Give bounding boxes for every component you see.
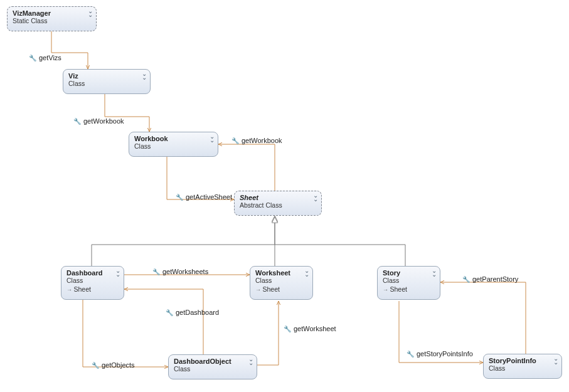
node-subtitle: Class: [174, 365, 252, 373]
wrench-icon: 🔧: [462, 276, 470, 283]
node-detail: Sheet: [383, 285, 435, 293]
wrench-icon: 🔧: [73, 118, 81, 125]
node-dashboard[interactable]: Dashboard Class Sheet ⌄⌄: [61, 266, 124, 300]
node-sheet[interactable]: Sheet Abstract Class ⌄⌄: [234, 191, 322, 216]
expand-icon[interactable]: ⌄⌄: [304, 269, 309, 277]
node-title: VizManager: [13, 9, 91, 17]
node-detail: Sheet: [66, 285, 119, 293]
edge-label-getactivesheet: 🔧getActiveSheet: [176, 193, 232, 201]
node-title: Workbook: [134, 135, 213, 142]
expand-icon[interactable]: ⌄⌄: [88, 9, 92, 17]
node-title: Sheet: [240, 194, 316, 201]
node-detail: Sheet: [255, 285, 307, 293]
wrench-icon: 🔧: [92, 362, 99, 369]
expand-icon[interactable]: ⌄⌄: [248, 358, 253, 365]
expand-icon[interactable]: ⌄⌄: [313, 194, 317, 201]
node-title: Dashboard: [66, 269, 119, 277]
expand-icon[interactable]: ⌄⌄: [553, 357, 558, 364]
expand-icon[interactable]: ⌄⌄: [210, 135, 214, 142]
wrench-icon: 🔧: [284, 326, 291, 332]
node-subtitle: Class: [383, 277, 435, 284]
edge-label-getparentstory: 🔧getParentStory: [462, 275, 518, 283]
wrench-icon: 🔧: [29, 55, 36, 61]
expand-icon[interactable]: ⌄⌄: [115, 269, 120, 277]
node-title: Story: [383, 269, 435, 277]
node-subtitle: Class: [66, 277, 119, 284]
node-title: DashboardObject: [174, 358, 252, 365]
node-subtitle: Class: [68, 80, 145, 87]
wrench-icon: 🔧: [152, 268, 160, 275]
expand-icon[interactable]: ⌄⌄: [142, 72, 146, 80]
wrench-icon: 🔧: [407, 351, 414, 358]
wrench-icon: 🔧: [166, 309, 173, 316]
node-vizmanager[interactable]: VizManager Static Class ⌄⌄: [7, 6, 97, 31]
node-title: Viz: [68, 72, 145, 80]
node-subtitle: Class: [489, 364, 556, 372]
edge-label-getworkbook: 🔧getWorkbook: [73, 117, 124, 125]
edge-label-getobjects: 🔧getObjects: [92, 361, 135, 369]
wrench-icon: 🔧: [176, 194, 183, 201]
node-storypointinfo[interactable]: StoryPointInfo Class ⌄⌄: [483, 354, 562, 379]
node-viz[interactable]: Viz Class ⌄⌄: [63, 69, 151, 94]
edge-label-getvizs: 🔧getVizs: [29, 54, 61, 61]
node-subtitle: Class: [255, 277, 307, 284]
edge-label-getdashboard: 🔧getDashboard: [166, 309, 219, 316]
node-title: StoryPointInfo: [489, 357, 556, 364]
node-subtitle: Abstract Class: [240, 201, 316, 209]
node-subtitle: Class: [134, 142, 213, 150]
wrench-icon: 🔧: [231, 137, 239, 144]
node-worksheet[interactable]: Worksheet Class Sheet ⌄⌄: [250, 266, 313, 300]
edge-label-getworksheets: 🔧getWorksheets: [152, 268, 208, 275]
edge-label-getstorypointsinfo: 🔧getStoryPointsInfo: [407, 350, 473, 358]
node-subtitle: Static Class: [13, 17, 91, 24]
node-title: Worksheet: [255, 269, 307, 277]
node-story[interactable]: Story Class Sheet ⌄⌄: [377, 266, 440, 300]
node-workbook[interactable]: Workbook Class ⌄⌄: [129, 132, 218, 157]
node-dashboardobject[interactable]: DashboardObject Class ⌄⌄: [168, 354, 257, 379]
edge-label-getworksheet: 🔧getWorksheet: [284, 325, 336, 332]
edge-label-getworkbook-2: 🔧getWorkbook: [231, 137, 282, 144]
expand-icon[interactable]: ⌄⌄: [432, 269, 436, 277]
